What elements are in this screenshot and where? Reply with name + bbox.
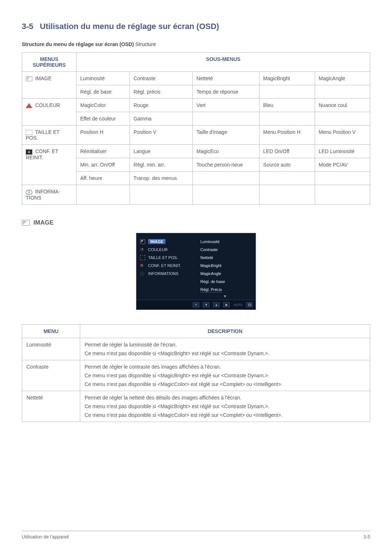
osd-bottom-bar: ✕ ▼ ▲ ▶ AUTO ⏻ (136, 300, 256, 309)
page-footer: Utilisation de l'appareil 3-5 (22, 531, 370, 539)
section-title: 3-5Utilisation du menu de réglage sur éc… (22, 22, 370, 31)
info-icon: i (26, 190, 32, 195)
osd-size-icon (140, 255, 145, 260)
menu-conf-cell: CONF. ET REINIT. (22, 145, 77, 185)
osd-right-contraste: Contraste (195, 247, 252, 252)
desc-text: Permet de régler la netteté des détails … (85, 395, 366, 401)
osd-left-couleur: COULEUR (148, 247, 168, 252)
cell (193, 112, 260, 126)
osd-close-icon: ✕ (193, 302, 199, 307)
cell: Rouge (130, 99, 192, 112)
cell (315, 185, 370, 204)
cell: Netteté (193, 72, 260, 85)
cell: Régl. précis (130, 85, 192, 99)
osd-enter-icon: ▶ (223, 302, 230, 307)
cell: Position H (77, 126, 130, 145)
cell: Menu Position H (260, 126, 315, 145)
cell: Bleu (260, 99, 315, 112)
cell (260, 172, 315, 185)
cell (77, 185, 130, 204)
desc-text: Permet de régler la luminosité de l'écra… (85, 342, 366, 348)
desc-row-text: Permet de régler le contraste des images… (80, 360, 370, 391)
osd-info-icon: ⓘ (140, 271, 145, 276)
desc-text: Ce menu n'est pas disponible si <MagicBr… (85, 373, 366, 378)
cell (260, 112, 315, 126)
desc-row-name: Contraste (22, 360, 80, 391)
osd-settings-icon: ✿ (140, 263, 145, 268)
cell: Langue (130, 145, 192, 158)
cell: Contraste (130, 72, 192, 85)
osd-screenshot: IMAGE Luminosité ◔COULEUR Contraste TAIL… (22, 233, 370, 310)
cell (315, 172, 370, 185)
image-icon (26, 76, 32, 81)
cell: LED Luminosité (315, 145, 370, 158)
structure-subhead: Structure du menu de réglage sur écran (… (22, 41, 370, 47)
th-sous-menus: SOUS-MENUS (77, 53, 370, 72)
footer-right: 3-5 (363, 534, 370, 539)
cell: Touche person-neue (193, 158, 260, 172)
osd-right-luminosite: Luminosité (195, 239, 252, 244)
menu-image-label: IMAGE (35, 75, 52, 81)
menu-image-cell: IMAGE (22, 72, 77, 99)
cell: Régl. de base (77, 85, 130, 99)
cell (315, 85, 370, 99)
osd-up-icon: ▲ (213, 302, 220, 307)
cell (193, 172, 260, 185)
osd-down-icon: ▼ (203, 302, 209, 307)
settings-icon (26, 149, 32, 155)
th-description: DESCRIPTION (80, 324, 370, 338)
footer-left: Utilisation de l'appareil (22, 534, 69, 539)
cell: Mode PC/AV (315, 158, 370, 172)
cell: MagicBright (260, 72, 315, 85)
cell: Temps de réponse (193, 85, 260, 99)
desc-text: Permet de régler le contraste des images… (85, 364, 366, 370)
menu-couleur-cell: COULEUR (22, 99, 77, 126)
menu-description-table: MENU DESCRIPTION Luminosité Permet de ré… (22, 324, 370, 422)
osd-right-reglbase: Régl. de base (195, 279, 252, 284)
cell: Menu Position V (315, 126, 370, 145)
cell (260, 185, 315, 204)
osd-left-image: IMAGE (148, 239, 166, 244)
desc-text: Ce menu n'est pas disponible si <MagicCo… (85, 381, 366, 387)
desc-row-name: Luminosité (22, 338, 80, 360)
desc-text: Ce menu n'est pas disponible si <MagicBr… (85, 350, 366, 356)
structure-subhead-bold: Structure du menu de réglage sur écran (… (22, 41, 134, 47)
cell: Vert (193, 99, 260, 112)
size-icon (26, 130, 32, 135)
cell: Régl. min. arr. (130, 158, 192, 172)
desc-row-text: Permet de régler la netteté des détails … (80, 391, 370, 422)
image-heading-label: IMAGE (33, 219, 54, 226)
cell: LED On/Off (260, 145, 315, 158)
cell: Nuance coul. (315, 99, 370, 112)
cell: Min. arr. On/Off (77, 158, 130, 172)
osd-image-icon (140, 239, 145, 244)
osd-structure-table: MENUS SUPÉRIEURS SOUS-MENUS IMAGE Lumino… (22, 52, 370, 205)
image-section-heading: IMAGE (22, 219, 370, 226)
desc-text: Ce menu n'est pas disponible si <MagicCo… (85, 412, 366, 418)
th-menu: MENU (22, 324, 80, 338)
cell: Source auto (260, 158, 315, 172)
cell: Aff. heure (77, 172, 130, 185)
cell: Réinitialiser (77, 145, 130, 158)
menu-couleur-label: COULEUR (35, 102, 60, 108)
osd-right-reglprecis: Régl. Précis (200, 287, 222, 292)
cell: Position V (130, 126, 192, 145)
cell: Taille d'image (193, 126, 260, 145)
cell (315, 112, 370, 126)
menu-info-cell: i INFORMA-TIONS (22, 185, 77, 204)
cell: MagicAngle (315, 72, 370, 85)
image-icon (22, 220, 30, 226)
osd-power-icon: ⏻ (246, 302, 253, 307)
osd-down-arrow-icon: ▼ (136, 294, 256, 298)
structure-subhead-rest: Structure (134, 41, 156, 47)
menu-taille-cell: TAILLE ET POS. (22, 126, 77, 145)
section-number: 3-5 (22, 22, 33, 31)
cell (260, 85, 315, 99)
color-icon (26, 103, 32, 108)
osd-right-magicbright: MagicBright (195, 263, 252, 268)
cell (193, 185, 260, 204)
osd-left-info: INFORMATIONS (148, 271, 179, 276)
osd-auto-label: AUTO (233, 302, 242, 307)
osd-left-conf: CONF. ET REINIT. (148, 263, 181, 268)
desc-text: Ce menu n'est pas disponible si <MagicBr… (85, 403, 366, 409)
